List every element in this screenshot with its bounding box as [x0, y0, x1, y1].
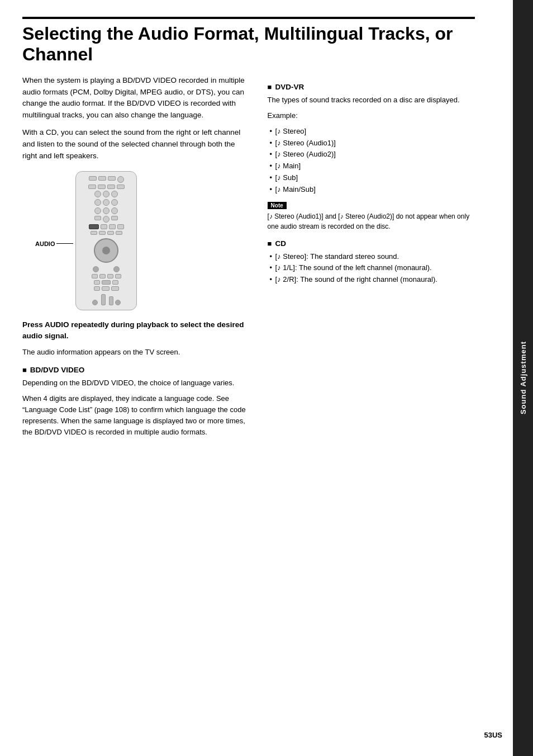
instruction-body: The audio information appears on the TV … [22, 347, 251, 358]
section-dvdvr-intro: The types of sound tracks recorded on a … [268, 94, 475, 106]
page-container: Selecting the Audio Format, Multilingual… [0, 0, 533, 756]
two-column-layout: When the system is playing a BD/DVD VIDE… [22, 75, 475, 443]
list-item: [♪ Stereo (Audio1)] [270, 138, 475, 149]
section-cd-heading: CD [268, 239, 475, 248]
list-item: [♪ Stereo] [270, 126, 475, 138]
section-dvdvr-heading: DVD-VR [268, 83, 475, 91]
note-label: Note [268, 202, 287, 209]
list-item: [♪ Stereo]: The standard stereo sound. [270, 251, 475, 263]
section-dvdvr-example: Example: [268, 110, 475, 121]
intro-paragraph-2: With a CD, you can select the sound from… [22, 127, 251, 162]
audio-pointer: AUDIO [35, 240, 73, 247]
note-text: [♪ Stereo (Audio1)] and [♪ Stereo (Audio… [268, 211, 475, 231]
note-box: Note [♪ Stereo (Audio1)] and [♪ Stereo (… [268, 200, 475, 231]
remote-diagram: AUDIO [70, 171, 142, 310]
audio-label: AUDIO [35, 240, 55, 247]
left-column: When the system is playing a BD/DVD VIDE… [22, 75, 251, 443]
section-bddvd-text1: Depending on the BD/DVD VIDEO, the choic… [22, 377, 251, 389]
list-item: [♪ 2/R]: The sound of the right channel … [270, 274, 475, 286]
section-bddvd-text2: When 4 digits are displayed, they indica… [22, 393, 251, 438]
list-item: [♪ Stereo (Audio2)] [270, 149, 475, 160]
list-item: [♪ Sub] [270, 172, 475, 184]
list-item: [♪ 1/L]: The sound of the left channel (… [270, 262, 475, 274]
right-column: DVD-VR The types of sound tracks recorde… [268, 75, 475, 443]
page-title: Selecting the Audio Format, Multilingual… [22, 17, 475, 65]
sidebar: Sound Adjustment [513, 0, 533, 756]
list-item: [♪ Main/Sub] [270, 184, 475, 196]
list-item: [♪ Main] [270, 160, 475, 172]
dvdvr-bullet-list: [♪ Stereo] [♪ Stereo (Audio1)] [♪ Stereo… [270, 126, 475, 196]
cd-bullet-list: [♪ Stereo]: The standard stereo sound. [… [270, 251, 475, 286]
main-content: Selecting the Audio Format, Multilingual… [0, 0, 492, 756]
instruction-bold: Press AUDIO repeatedly during playback t… [22, 319, 251, 342]
section-bddvd-heading: BD/DVD VIDEO [22, 366, 251, 374]
page-number: 53US [484, 731, 502, 739]
intro-paragraph-1: When the system is playing a BD/DVD VIDE… [22, 75, 251, 122]
sidebar-label-text: Sound Adjustment [519, 341, 527, 414]
nav-circle [94, 238, 118, 263]
